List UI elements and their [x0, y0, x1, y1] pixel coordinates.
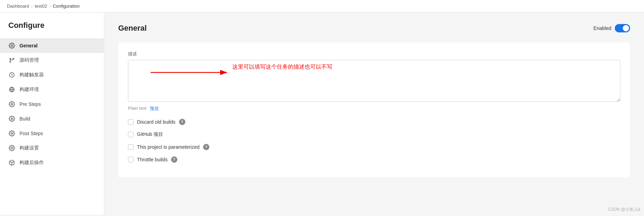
parameterized-help-icon[interactable]: ?: [203, 144, 209, 150]
poststeps-gear-icon: [8, 130, 15, 137]
breadcrumb-sep-2: ›: [49, 3, 50, 9]
sidebar-item-source-label: 源码管理: [19, 57, 39, 63]
sidebar-item-presteps[interactable]: Pre Steps: [0, 97, 104, 111]
enabled-label: Enabled: [594, 25, 611, 31]
breadcrumb-sep-1: ›: [31, 3, 33, 9]
build-gear-icon: [8, 115, 15, 122]
sidebar-item-general[interactable]: General: [0, 38, 104, 53]
discard-help-icon[interactable]: ?: [179, 119, 185, 125]
sidebar-item-trigger[interactable]: 构建触发器: [0, 68, 104, 82]
svg-point-2: [10, 61, 11, 62]
format-preview-link[interactable]: 预览: [150, 106, 159, 112]
svg-point-1: [10, 58, 11, 59]
gear-icon: [8, 42, 15, 49]
sidebar-item-postbuild[interactable]: 构建后操作: [0, 155, 104, 170]
sidebar-title: Configure: [0, 21, 104, 38]
throttle-checkbox[interactable]: [128, 157, 134, 162]
github-checkbox[interactable]: [128, 132, 134, 137]
svg-point-8: [11, 133, 13, 134]
enabled-area: Enabled ✓: [594, 24, 630, 32]
globe-icon: [8, 86, 15, 93]
content-area: General Enabled ✓ 描述: [104, 13, 644, 215]
discard-label: Discard old builds: [137, 119, 176, 125]
description-wrapper: 这里可以填写这个任务的描述也可以不写: [128, 60, 620, 103]
sidebar: Configure General 源码管理: [0, 13, 104, 215]
sidebar-item-build[interactable]: Build: [0, 111, 104, 126]
page-title: General: [118, 24, 147, 33]
sidebar-item-source[interactable]: 源码管理: [0, 53, 104, 68]
sidebar-item-build-label: Build: [19, 116, 30, 122]
sidebar-item-presteps-label: Pre Steps: [19, 101, 41, 107]
breadcrumb-dashboard[interactable]: Dashboard: [7, 3, 29, 9]
sidebar-item-poststeps-label: Post Steps: [19, 131, 43, 136]
parameterized-checkbox[interactable]: [128, 144, 134, 150]
svg-point-7: [11, 118, 13, 120]
discard-checkbox[interactable]: [128, 119, 134, 125]
svg-point-6: [11, 103, 13, 105]
svg-point-9: [11, 147, 13, 149]
main-layout: Configure General 源码管理: [0, 13, 644, 215]
sidebar-item-env[interactable]: 构建环境: [0, 82, 104, 97]
description-textarea[interactable]: [128, 60, 620, 102]
sidebar-item-poststeps[interactable]: Post Steps: [0, 126, 104, 141]
clock-icon: [8, 71, 15, 78]
presteps-gear-icon: [8, 101, 15, 108]
format-plain-link[interactable]: Plain text: [128, 106, 146, 112]
sidebar-item-trigger-label: 构建触发器: [19, 72, 44, 78]
content-header: General Enabled ✓: [118, 24, 630, 33]
watermark: CSDN @小鱼儿&: [608, 207, 641, 213]
sidebar-item-general-label: General: [19, 43, 38, 48]
svg-point-0: [11, 45, 13, 47]
checkbox-row-parameterized: This project is parameterized ?: [128, 144, 620, 150]
throttle-label: Throttle builds: [137, 157, 168, 162]
description-label: 描述: [128, 51, 620, 57]
breadcrumb: Dashboard › test02 › Configuration: [0, 0, 644, 13]
github-label: GitHub 项目: [137, 131, 163, 138]
checkbox-row-throttle: Throttle builds ?: [128, 156, 620, 163]
parameterized-label: This project is parameterized: [137, 144, 200, 150]
form-section: 描述 这里可以填写这个任务的描述也可以不写 Plain text 预览: [118, 43, 630, 177]
sidebar-item-buildsettings[interactable]: 构建设置: [0, 141, 104, 155]
box-icon: [8, 159, 15, 166]
checkbox-row-discard: Discard old builds ?: [128, 119, 620, 125]
toggle-check-icon: ✓: [625, 26, 628, 31]
enabled-toggle[interactable]: ✓: [615, 24, 630, 32]
throttle-help-icon[interactable]: ?: [171, 156, 177, 163]
breadcrumb-config: Configuration: [53, 3, 80, 9]
sidebar-item-buildsettings-label: 构建设置: [19, 145, 39, 151]
text-format-links: Plain text 预览: [128, 106, 620, 112]
buildsettings-gear-icon: [8, 145, 15, 152]
branch-icon: [8, 57, 15, 64]
sidebar-item-env-label: 构建环境: [19, 86, 39, 93]
checkbox-row-github: GitHub 项目: [128, 131, 620, 138]
breadcrumb-test02[interactable]: test02: [35, 3, 47, 9]
sidebar-item-postbuild-label: 构建后操作: [19, 160, 44, 166]
